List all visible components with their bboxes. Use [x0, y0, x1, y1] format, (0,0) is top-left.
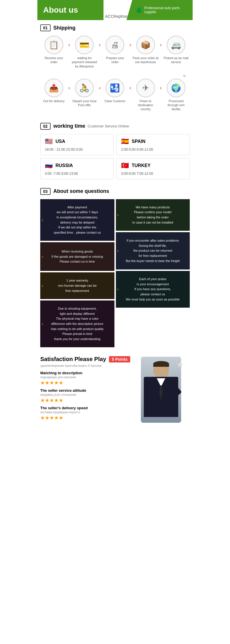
q-card-left-4-text: Due to shooting equipment,light and disp…: [45, 306, 110, 342]
wt-card-spain: 🇪🇸 SPAIN 2:00-5:00 6:00-11:00: [116, 134, 190, 155]
step-flown-icon: ✈: [136, 79, 155, 97]
about-us-label: About us: [37, 0, 103, 20]
step-payment-icon: 💳: [75, 36, 94, 54]
tagline-label: 🌲 Professional auto parts supplier: [132, 0, 193, 20]
step-depart: 🚴 Depart your local Post offic: [72, 79, 97, 107]
working-time-section: 02 working time Customer Service Online …: [37, 119, 193, 184]
arrow7: ‹: [129, 85, 131, 91]
q-arrow-left-1: ›: [42, 218, 43, 223]
step-outdelivery-label: Out for delivery: [43, 99, 65, 103]
working-time-subtitle: Customer Service Online: [88, 124, 129, 128]
questions-section: 03 About some questions › After paymentw…: [37, 184, 193, 352]
step-prepare-icon: 🖨: [106, 36, 124, 54]
satisfaction-title: Satisfaction Please Play 5 Points: [40, 356, 132, 362]
wt-country-turkey: 🇹🇷 TURKEY: [121, 162, 185, 169]
q-card-left-2: › When receiving goodsIf the goods are d…: [40, 242, 114, 271]
sat-item-3-stars: ★★★★★: [40, 415, 132, 421]
wt-times-usa: 18:00 - 21:00 22:00-3:00: [45, 148, 109, 152]
q-card-left-1-text: After paymentwe will send out within 7 d…: [45, 205, 110, 235]
working-time-title: 02 working time Customer Service Online: [40, 123, 190, 130]
q-arrow-left-4: ›: [42, 321, 43, 327]
step-depart-icon: 🚴: [75, 79, 94, 97]
sat-item-3-title: The seller's delivery speed: [40, 406, 132, 410]
sat-item-2-title: The seller service attitude: [40, 388, 132, 393]
step-sort-icon: 🌍: [167, 79, 185, 97]
q-card-right-1: › We have many productsPlease confirm yo…: [116, 199, 190, 231]
step-pickup: 🚐 Picked up by mail service: [163, 36, 189, 64]
sat-item-2: The seller service attitude продавец усл…: [40, 388, 132, 404]
shipping-num: 01: [40, 24, 51, 31]
flag-usa: 🇺🇸: [45, 138, 53, 145]
questions-title: 03 About some questions: [40, 188, 190, 195]
sat-item-1-sub: подходящие для описания: [40, 376, 132, 379]
step-flown-label: Flown to destination country: [133, 99, 158, 111]
step-receive-icon: 📋: [45, 36, 63, 54]
q-card-left-1: › After paymentwe will send out within 7…: [40, 199, 114, 241]
country-turkey-name: TURKEY: [132, 163, 151, 168]
shipping-section: 01 Shipping 📋 Receive your order › 💳 wai…: [37, 20, 193, 119]
q-card-left-3-text: 1 year warrantynon-human damage can befr…: [45, 278, 110, 293]
q-card-right-3-text: Each of your praiseis your encouragement…: [120, 277, 186, 302]
satisfaction-section: Satisfaction Please Play 5 Points удовле…: [37, 352, 193, 428]
wt-times-russia: 4:00 -7:00 8:00-13:00: [45, 172, 109, 176]
step-sort: 🌍 Processed through sort facility: [163, 79, 189, 111]
step-payment-label: waiting for payment released by Aliexpre…: [72, 56, 97, 68]
wt-country-usa: 🇺🇸 USA: [45, 138, 109, 145]
satisfaction-right: ★: [132, 356, 190, 423]
step-pack-label: Pack your order at out warehouse: [133, 56, 158, 64]
sat-item-3-sub: поставка продавцом скорость: [40, 411, 132, 414]
flag-turkey: 🇹🇷: [121, 162, 129, 169]
step-payment: 💳 waiting for payment released by Aliexp…: [72, 36, 97, 68]
arrow3: ›: [129, 42, 131, 48]
step-prepare-label: Prepare your order: [102, 56, 128, 64]
satisfaction-badge: 5 Points: [109, 356, 130, 362]
sat-item-2-stars: ★★★★★: [40, 397, 132, 404]
questions-grid: › After paymentwe will send out within 7…: [40, 199, 190, 348]
q-card-right-3: › Each of your praiseis your encourageme…: [116, 271, 190, 308]
q-arrow-right-3: ›: [117, 287, 119, 292]
person-figure: ★: [138, 357, 184, 423]
q-card-left-2-text: When receiving goodsIf the goods are dam…: [45, 249, 110, 264]
step-receive: 📋 Receive your order: [41, 36, 67, 64]
country-russia-name: RUSSIA: [55, 163, 73, 168]
arrow4: ›: [160, 42, 162, 48]
flag-russia: 🇷🇺: [45, 162, 53, 169]
arrow5: ‹: [68, 85, 70, 91]
arrow8: ‹: [160, 85, 162, 91]
questions-right-col: › We have many productsPlease confirm yo…: [116, 199, 190, 348]
q-card-left-3: › 1 year warrantynon-human damage can be…: [40, 272, 114, 299]
step-sort-label: Processed through sort facility: [163, 99, 189, 111]
flag-spain: 🇪🇸: [121, 138, 129, 145]
working-time-num: 02: [40, 123, 51, 130]
questions-left-col: › After paymentwe will send out within 7…: [40, 199, 114, 348]
person-hair: [153, 361, 169, 367]
wt-card-usa: 🇺🇸 USA 18:00 - 21:00 22:00-3:00: [40, 134, 114, 155]
arrow1: ›: [68, 42, 70, 48]
step-depart-label: Depart your local Post offic: [72, 99, 97, 107]
step-customs: 🛂 Clear Customs: [102, 79, 128, 103]
sat-item-3: The seller's delivery speed поставка про…: [40, 406, 132, 421]
step-flown: ✈ Flown to destination country: [133, 79, 158, 111]
wt-card-turkey: 🇹🇷 TURKEY 3:00-6:00 7:00-12:00: [116, 158, 190, 179]
tagline-text: Professional auto parts supplier: [144, 6, 190, 14]
country-spain-name: SPAIN: [132, 139, 145, 144]
wt-times-spain: 2:00-5:00 6:00-11:00: [121, 148, 185, 152]
step-pickup-label: Picked up by mail service: [163, 56, 189, 64]
step-customs-icon: 🛂: [106, 79, 124, 97]
person-star: ★: [176, 360, 184, 370]
wt-country-russia: 🇷🇺 RUSSIA: [45, 162, 109, 169]
step-outdelivery: 📤 Out for delivery: [41, 79, 67, 103]
questions-label: About some questions: [53, 188, 109, 194]
satisfaction-subtitle: удовлетворение просьба играть 5 баллов: [40, 364, 132, 367]
sat-item-1-stars: ★★★★★: [40, 380, 132, 386]
arrow2: ›: [99, 42, 101, 48]
questions-num: 03: [40, 188, 51, 195]
working-time-grid: 🇺🇸 USA 18:00 - 21:00 22:00-3:00 🇪🇸 SPAIN…: [40, 134, 190, 179]
q-card-right-2-text: If you encounter after-sales problemsDur…: [120, 238, 186, 263]
shipping-label: Shipping: [53, 25, 76, 31]
sat-item-2-sub: продавец услуг отношения: [40, 393, 132, 396]
down-arrow: ⌄: [40, 71, 190, 78]
shipping-title: 01 Shipping: [40, 24, 190, 31]
sat-item-1: Matching to description подходящие для о…: [40, 371, 132, 386]
step-pickup-icon: 🚐: [167, 36, 185, 54]
